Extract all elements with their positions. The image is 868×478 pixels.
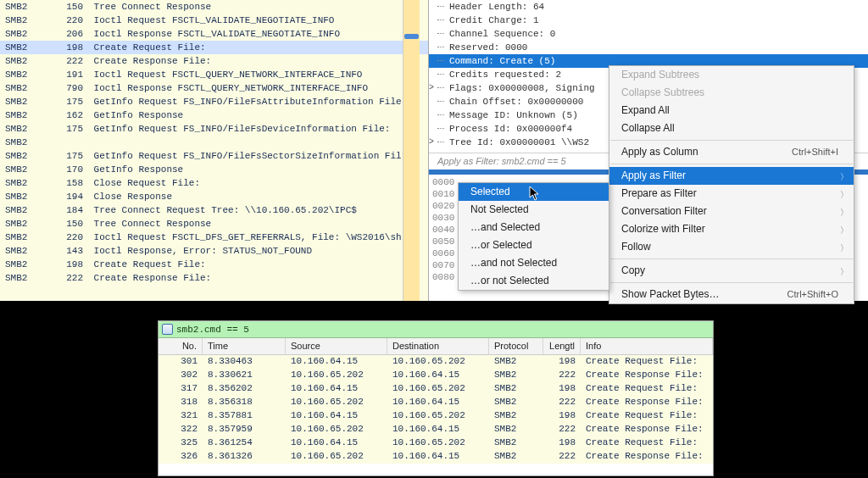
- packet-list-row[interactable]: 3258.36125410.160.64.1510.160.65.202SMB2…: [159, 436, 713, 450]
- submenu-item[interactable]: …and Selected: [459, 219, 609, 236]
- tree-node[interactable]: Header Length: 64: [429, 0, 868, 14]
- packet-list-row[interactable]: SMB2198 Create Request File:: [0, 258, 428, 271]
- column-header-no[interactable]: No.: [159, 338, 203, 354]
- packet-list-row[interactable]: SMB2150 Tree Connect Response: [0, 0, 428, 14]
- submenu-item[interactable]: …or not Selected: [459, 272, 609, 290]
- column-header-info[interactable]: Info: [581, 338, 713, 354]
- submenu-item[interactable]: …and not Selected: [459, 254, 609, 272]
- packet-list-row[interactable]: SMB2: [0, 136, 428, 149]
- submenu-item[interactable]: Selected: [459, 183, 609, 201]
- packet-list-row[interactable]: SMB2150 Tree Connect Response: [0, 217, 428, 231]
- packet-list-row[interactable]: 3228.35795910.160.65.20210.160.64.15SMB2…: [159, 423, 713, 436]
- menu-item[interactable]: Show Packet Bytes…Ctrl+Shift+O: [609, 286, 854, 303]
- menu-item: Expand Subtrees: [609, 66, 854, 84]
- menu-separator: [610, 164, 853, 164]
- packet-list-pane[interactable]: SMB2150 Tree Connect ResponseSMB2220 Ioc…: [0, 0, 428, 301]
- filter-bookmark-icon[interactable]: [162, 324, 173, 335]
- menu-item[interactable]: Colorize with Filter〉: [609, 220, 854, 238]
- context-menu[interactable]: Expand SubtreesCollapse SubtreesExpand A…: [609, 65, 854, 304]
- packet-list-row[interactable]: SMB2191 Ioctl Request FSCTL_QUERY_NETWOR…: [0, 68, 428, 81]
- tree-node[interactable]: Credit Charge: 1: [429, 14, 868, 27]
- packet-list-row[interactable]: SMB2143 Ioctl Response, Error: STATUS_NO…: [0, 244, 428, 258]
- packet-list-row[interactable]: SMB2175 GetInfo Request FS_INFO/FileFsSe…: [0, 149, 428, 163]
- column-header-protocol[interactable]: Protocol: [489, 338, 543, 354]
- packet-list-row[interactable]: 3188.35631810.160.65.20210.160.64.15SMB2…: [159, 396, 713, 409]
- column-header-length[interactable]: Lengtl: [543, 338, 581, 354]
- packet-list-row[interactable]: 3028.33062110.160.65.20210.160.64.15SMB2…: [159, 369, 713, 382]
- packet-list-row[interactable]: SMB2158 Close Request File:: [0, 176, 428, 190]
- tree-node[interactable]: Reserved: 0000: [429, 41, 868, 54]
- menu-item[interactable]: Collapse All: [609, 119, 854, 137]
- filtered-packet-list[interactable]: smb2.cmd == 5 No. Time Source Destinatio…: [158, 320, 714, 476]
- submenu-item[interactable]: …or Selected: [459, 236, 609, 254]
- packet-list-row[interactable]: SMB2194 Close Response: [0, 190, 428, 203]
- packet-list-row[interactable]: SMB2222 Create Response File:: [0, 271, 428, 285]
- packet-list-row[interactable]: SMB2790 Ioctl Response FSCTL_QUERY_NETWO…: [0, 81, 428, 95]
- packet-list-row[interactable]: SMB2175 GetInfo Request FS_INFO/FileFsDe…: [0, 122, 428, 136]
- packet-list-row[interactable]: 3178.35620210.160.64.1510.160.65.202SMB2…: [159, 382, 713, 396]
- column-header-destination[interactable]: Destination: [387, 338, 489, 354]
- menu-item[interactable]: Copy〉: [609, 262, 854, 280]
- display-filter-input[interactable]: smb2.cmd == 5: [176, 325, 249, 335]
- submenu-item[interactable]: Not Selected: [459, 201, 609, 219]
- packet-list-row[interactable]: 3018.33046310.160.64.1510.160.65.202SMB2…: [159, 355, 713, 369]
- column-header-row[interactable]: No. Time Source Destination Protocol Len…: [159, 338, 713, 355]
- menu-item[interactable]: Prepare as Filter〉: [609, 185, 854, 203]
- menu-item[interactable]: Apply as ColumnCtrl+Shift+I: [609, 143, 854, 161]
- packet-list-row[interactable]: 3268.36132610.160.65.20210.160.64.15SMB2…: [159, 450, 713, 464]
- packet-list-row[interactable]: SMB2162 GetInfo Response: [0, 108, 428, 122]
- menu-item[interactable]: Expand All: [609, 102, 854, 119]
- packet-list-row[interactable]: SMB2175 GetInfo Request FS_INFO/FileFsAt…: [0, 95, 428, 108]
- menu-item[interactable]: Follow〉: [609, 238, 854, 256]
- packet-list-row[interactable]: SMB2220 Ioctl Request FSCTL_DFS_GET_REFE…: [0, 231, 428, 244]
- menu-separator: [610, 258, 853, 259]
- column-header-time[interactable]: Time: [203, 338, 286, 354]
- packet-list-row[interactable]: SMB2220 Ioctl Request FSCTL_VALIDATE_NEG…: [0, 14, 428, 27]
- menu-item: Collapse Subtrees: [609, 84, 854, 102]
- menu-item[interactable]: Conversation Filter〉: [609, 203, 854, 220]
- packet-list-row[interactable]: SMB2170 GetInfo Response: [0, 163, 428, 176]
- packet-list-row[interactable]: SMB2206 Ioctl Response FSCTL_VALIDATE_NE…: [0, 27, 428, 41]
- menu-item[interactable]: Apply as Filter〉: [609, 167, 854, 185]
- menu-separator: [610, 140, 853, 141]
- packet-list-scroll-marker: [403, 0, 420, 301]
- display-filter-bar[interactable]: smb2.cmd == 5: [159, 321, 713, 338]
- packet-list-row[interactable]: SMB2222 Create Response File:: [0, 54, 428, 68]
- tree-node[interactable]: Channel Sequence: 0: [429, 27, 868, 41]
- packet-list-row[interactable]: SMB2198 Create Request File:: [0, 41, 428, 54]
- column-header-source[interactable]: Source: [286, 338, 387, 354]
- menu-separator: [610, 282, 853, 283]
- packet-list-row[interactable]: SMB2184 Tree Connect Request Tree: \\10.…: [0, 203, 428, 217]
- apply-as-filter-submenu[interactable]: SelectedNot Selected…and Selected…or Sel…: [458, 182, 609, 291]
- packet-list-row[interactable]: 3218.35788110.160.64.1510.160.65.202SMB2…: [159, 409, 713, 423]
